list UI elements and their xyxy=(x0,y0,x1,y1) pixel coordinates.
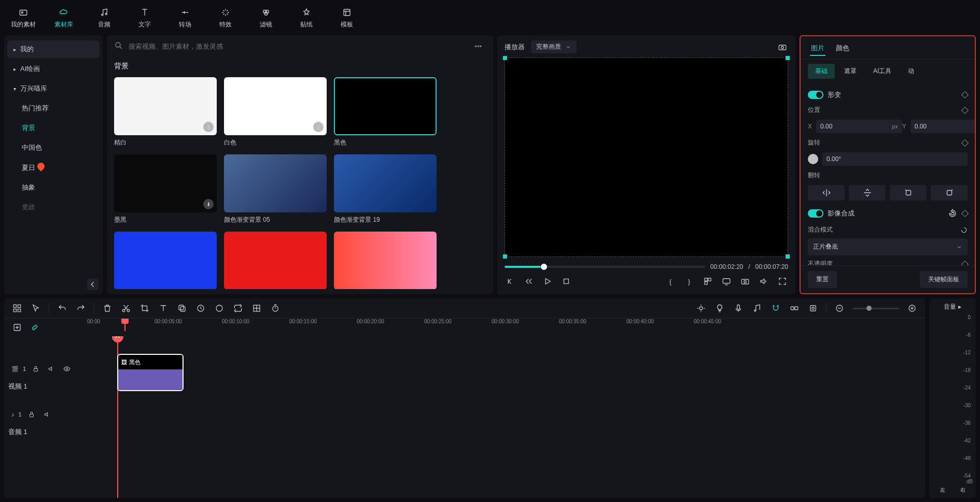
collapse-sidebar-button[interactable] xyxy=(87,279,99,290)
undo-button[interactable] xyxy=(57,303,68,314)
lock-icon[interactable] xyxy=(26,409,37,420)
keyframe-icon[interactable] xyxy=(961,210,969,217)
link-tool[interactable] xyxy=(789,303,800,314)
tab-color[interactable]: 颜色 xyxy=(835,41,850,56)
display-button[interactable] xyxy=(721,276,732,287)
bracket-in-button[interactable]: { xyxy=(665,276,676,287)
marker-button[interactable] xyxy=(702,276,713,287)
volume-button[interactable] xyxy=(758,276,769,287)
zoom-in-button[interactable] xyxy=(906,303,918,314)
playhead[interactable] xyxy=(124,319,125,331)
rotate-knob[interactable] xyxy=(808,154,818,164)
reset-icon[interactable] xyxy=(960,226,968,234)
text-tool-button[interactable] xyxy=(158,303,169,314)
stop-button[interactable] xyxy=(561,276,572,287)
nav-my-assets[interactable]: 我的素材 xyxy=(5,3,41,32)
rotate-ccw-button[interactable] xyxy=(890,185,927,200)
blend-mode-select[interactable]: 正片叠底 xyxy=(808,238,968,255)
keyframe-icon[interactable] xyxy=(961,91,969,98)
play-button[interactable] xyxy=(542,276,553,287)
progress-bar[interactable] xyxy=(505,266,705,268)
sub-chinese-color[interactable]: 中国色 xyxy=(7,139,100,156)
layout-button[interactable] xyxy=(11,303,23,314)
asset-tile-pure-white[interactable]: ⬇ xyxy=(114,77,217,135)
cat-wanxing[interactable]: 万兴喵库 xyxy=(7,80,100,97)
track-add-button[interactable] xyxy=(11,322,23,333)
resize-handle[interactable] xyxy=(503,254,507,259)
flip-h-button[interactable] xyxy=(808,185,845,200)
cat-mine[interactable]: 我的 xyxy=(7,40,100,58)
delete-button[interactable] xyxy=(102,303,113,314)
cut-button[interactable] xyxy=(120,303,132,314)
audio-track-header[interactable]: ♪1 xyxy=(8,406,83,423)
color-button[interactable] xyxy=(214,303,225,314)
bulb-button[interactable] xyxy=(714,303,725,314)
pos-x-input[interactable] xyxy=(816,120,902,133)
sub-hot[interactable]: 热门推荐 xyxy=(7,99,100,117)
keyframe-icon[interactable] xyxy=(961,106,969,113)
asset-tile-black[interactable] xyxy=(334,77,437,135)
search-input[interactable] xyxy=(129,42,465,50)
nav-transition[interactable]: 转场 xyxy=(167,3,203,32)
sub-more[interactable]: 党政 xyxy=(7,198,100,216)
resize-handle[interactable] xyxy=(503,56,507,60)
eye-icon[interactable] xyxy=(61,363,73,375)
subtab-ai[interactable]: AI工具 xyxy=(866,64,899,79)
keyframe-icon[interactable] xyxy=(961,260,969,265)
marker-tool[interactable] xyxy=(807,303,819,314)
copy-button[interactable] xyxy=(176,303,188,314)
crop-button[interactable] xyxy=(139,303,150,314)
preview-canvas[interactable] xyxy=(505,58,788,257)
transform-toggle[interactable] xyxy=(808,91,823,99)
magnet-button[interactable] xyxy=(770,303,781,314)
rotate-cw-button[interactable] xyxy=(931,185,968,200)
grid-button[interactable] xyxy=(251,303,262,314)
search-more-button[interactable]: ••• xyxy=(470,40,486,52)
asset-tile-white[interactable]: ⬇ xyxy=(224,77,327,135)
audio-tool[interactable] xyxy=(751,303,763,314)
sub-summer[interactable]: 夏日 xyxy=(7,159,100,177)
nav-effects[interactable]: 特效 xyxy=(207,3,244,32)
nav-text[interactable]: 文字 xyxy=(127,3,163,32)
subtab-mask[interactable]: 遮罩 xyxy=(837,64,864,79)
resize-handle[interactable] xyxy=(786,56,790,60)
mute-icon[interactable] xyxy=(46,363,57,375)
nav-filters[interactable]: 滤镜 xyxy=(248,3,284,32)
timeline-ruler[interactable]: 00:0000:00:05:0000:00:10:0000:00:15:0000… xyxy=(87,319,925,331)
nav-templates[interactable]: 模板 xyxy=(329,3,365,32)
asset-tile-ink-black[interactable]: ⬇ xyxy=(114,154,217,212)
camera-button[interactable] xyxy=(739,276,751,287)
tab-image[interactable]: 图片 xyxy=(810,41,825,56)
subtab-anim[interactable]: 动 xyxy=(901,64,921,79)
nav-audio[interactable]: 音频 xyxy=(86,3,122,32)
clip[interactable]: 🖼黑色 xyxy=(117,354,184,391)
rotate-input[interactable] xyxy=(822,152,968,166)
prev-frame-button[interactable] xyxy=(505,276,516,287)
fullscreen-button[interactable] xyxy=(777,276,788,287)
mute-icon[interactable] xyxy=(41,409,53,420)
asset-tile-blue[interactable] xyxy=(114,232,217,289)
sub-abstract[interactable]: 抽象 xyxy=(7,179,100,196)
bracket-out-button[interactable]: } xyxy=(683,276,695,287)
speed-button[interactable] xyxy=(195,303,206,314)
quality-select[interactable]: 完整画质 xyxy=(531,40,577,53)
reset-icon[interactable] xyxy=(947,208,958,219)
mic-button[interactable] xyxy=(733,303,744,314)
reset-button[interactable]: 重置 xyxy=(808,271,837,288)
sparkle-tool[interactable] xyxy=(695,303,707,314)
sub-background[interactable]: 背景 xyxy=(7,119,100,137)
lock-icon[interactable] xyxy=(30,363,41,375)
subtab-basic[interactable]: 基础 xyxy=(808,64,835,79)
asset-tile-gradient-19[interactable] xyxy=(334,154,437,212)
chevron-right-icon[interactable]: ▸ xyxy=(958,303,961,310)
nav-library[interactable]: 素材库 xyxy=(46,3,82,32)
flip-v-button[interactable] xyxy=(849,185,886,200)
composite-toggle[interactable] xyxy=(808,209,823,218)
keyframe-icon[interactable] xyxy=(961,139,969,146)
video-track-header[interactable]: 🎬1 xyxy=(8,360,83,378)
loop-button[interactable] xyxy=(232,303,244,314)
pos-y-input[interactable] xyxy=(911,120,975,133)
cat-ai[interactable]: AI绘画 xyxy=(7,60,100,78)
link-button[interactable] xyxy=(29,322,40,333)
snapshot-icon[interactable] xyxy=(777,41,788,53)
